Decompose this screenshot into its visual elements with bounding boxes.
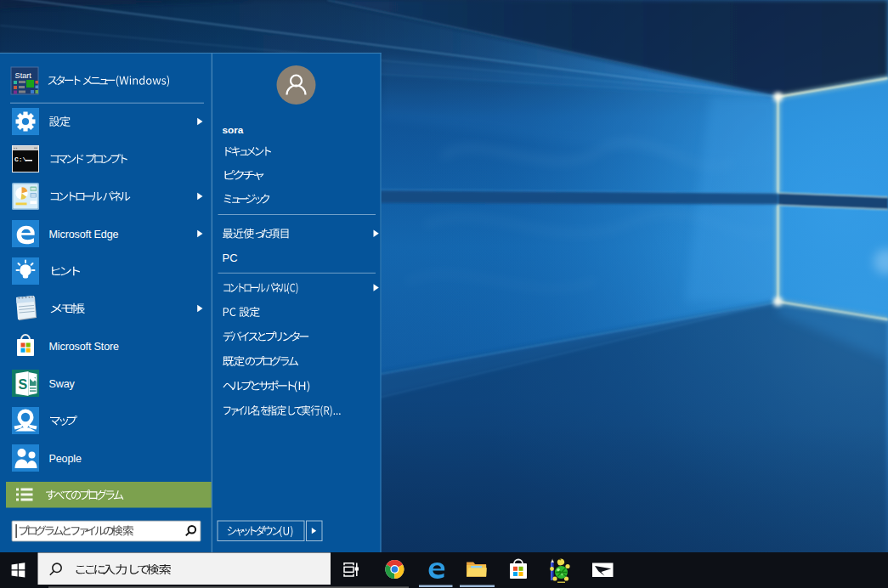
svg-text:C:\: C:\ (14, 155, 27, 163)
svg-text:sora: sora (223, 124, 244, 136)
svg-text:PC: PC (223, 252, 238, 264)
svg-text:S: S (19, 377, 28, 392)
svg-text:People: People (49, 453, 82, 465)
svg-text:Microsoft Edge: Microsoft Edge (49, 229, 119, 240)
svg-text:Start: Start (15, 71, 32, 80)
svg-text:Sway: Sway (49, 378, 76, 390)
svg-text:Microsoft Store: Microsoft Store (49, 341, 120, 353)
